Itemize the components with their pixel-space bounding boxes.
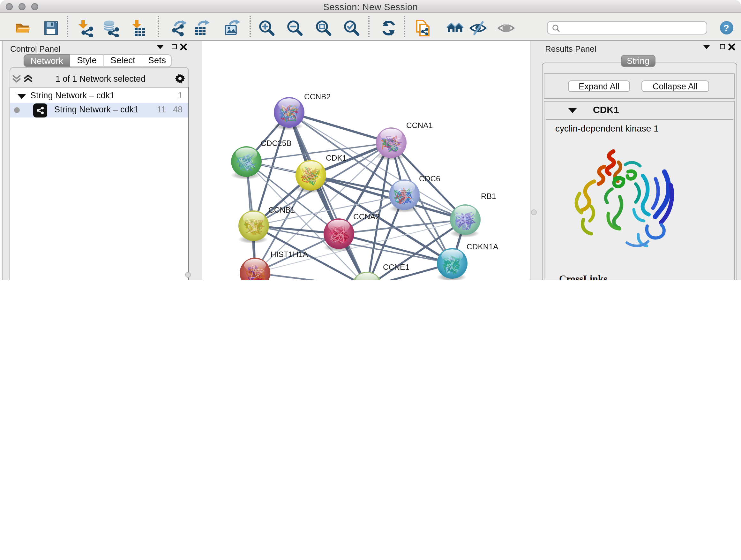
svg-text:CCNA2: CCNA2 (353, 212, 380, 221)
svg-text:CDK1: CDK1 (326, 153, 346, 162)
svg-text:CCNB1: CCNB1 (268, 205, 294, 214)
svg-text:CCNB2: CCNB2 (304, 92, 330, 101)
svg-text:RB1: RB1 (481, 192, 496, 200)
svg-text:CDKN1A: CDKN1A (466, 242, 498, 251)
svg-text:CCNE1: CCNE1 (383, 262, 409, 271)
svg-text:CDC25B: CDC25B (260, 138, 291, 147)
svg-text:CCNA1: CCNA1 (406, 121, 432, 129)
svg-text:HIST1H1A: HIST1H1A (270, 250, 308, 258)
svg-text:CDC6: CDC6 (419, 174, 440, 183)
